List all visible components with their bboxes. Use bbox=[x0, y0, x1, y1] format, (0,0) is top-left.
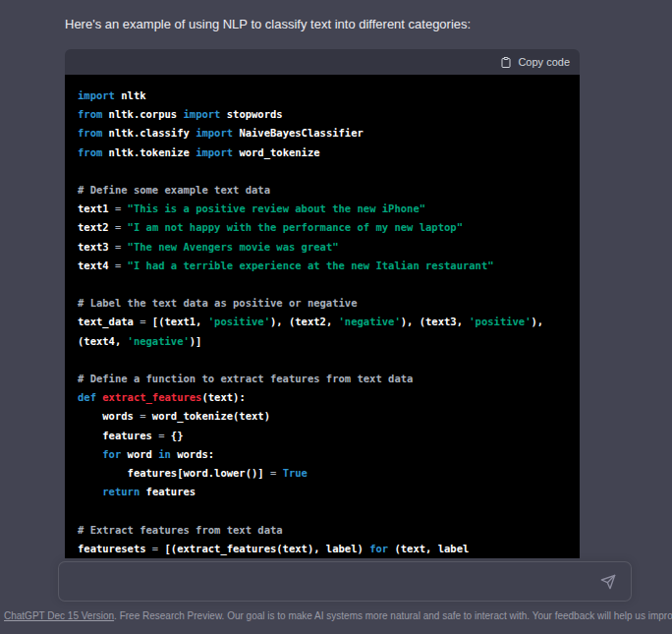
footer-text: . Free Research Preview. Our goal is to … bbox=[114, 610, 672, 621]
code-line: # Define some example text data bbox=[78, 181, 567, 200]
code-line: text1 = "This is a positive review about… bbox=[78, 200, 567, 218]
code-line: def extract_features(text): bbox=[78, 388, 567, 407]
code-content: import nltkfrom nltk.corpus import stopw… bbox=[65, 75, 580, 558]
code-block: Copy code import nltkfrom nltk.corpus im… bbox=[65, 49, 580, 558]
assistant-message-text: Here's an example of using NLP to classi… bbox=[65, 16, 615, 32]
copy-code-button[interactable]: Copy code bbox=[500, 56, 570, 69]
code-line: text2 = "I am not happy with the perform… bbox=[78, 218, 567, 237]
footer-disclaimer: ChatGPT Dec 15 Version. Free Research Pr… bbox=[4, 609, 668, 622]
composer bbox=[58, 561, 632, 602]
code-line: for word in words: bbox=[78, 445, 567, 464]
code-line: words = word_tokenize(text) bbox=[78, 407, 567, 426]
code-line: features[word.lower()] = True bbox=[78, 464, 567, 483]
clipboard-icon bbox=[500, 56, 512, 69]
chat-page: Here's an example of using NLP to classi… bbox=[0, 0, 672, 634]
code-line bbox=[78, 275, 567, 294]
code-line: from nltk.tokenize import word_tokenize bbox=[78, 144, 567, 162]
send-icon bbox=[600, 578, 616, 593]
code-line: return features bbox=[78, 483, 567, 501]
code-line: # Define a function to extract features … bbox=[78, 370, 567, 388]
code-line: (text4, 'negative')] bbox=[78, 332, 567, 351]
code-line: from nltk.classify import NaiveBayesClas… bbox=[78, 124, 567, 143]
code-line: import nltk bbox=[78, 86, 567, 105]
code-line: features = {} bbox=[78, 427, 567, 445]
code-line bbox=[78, 351, 567, 370]
code-block-header: Copy code bbox=[65, 49, 580, 75]
code-line: # Label the text data as positive or neg… bbox=[78, 294, 567, 313]
code-line: text_data = [(text1, 'positive'), (text2… bbox=[78, 313, 567, 331]
code-line: from nltk.corpus import stopwords bbox=[78, 105, 567, 124]
chat-input[interactable] bbox=[59, 562, 631, 601]
copy-code-label: Copy code bbox=[518, 56, 570, 68]
code-line: # Extract features from text data bbox=[78, 521, 567, 540]
code-line bbox=[78, 162, 567, 181]
send-button[interactable] bbox=[598, 572, 618, 592]
code-line: featuresets = [(extract_features(text), … bbox=[78, 540, 567, 558]
code-line bbox=[78, 501, 567, 520]
version-link[interactable]: ChatGPT Dec 15 Version bbox=[4, 610, 114, 621]
code-line: text3 = "The new Avengers movie was grea… bbox=[78, 238, 567, 257]
code-line: text4 = "I had a terrible experience at … bbox=[78, 257, 567, 275]
